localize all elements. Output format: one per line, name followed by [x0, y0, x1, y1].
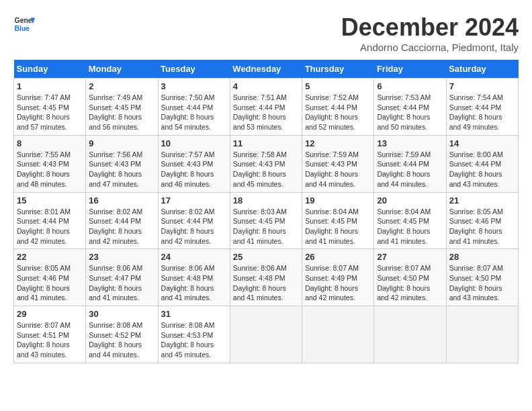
weekday-header-wednesday: Wednesday [230, 60, 302, 79]
calendar-day-6: 6Sunrise: 7:53 AM Sunset: 4:44 PM Daylig… [374, 79, 446, 136]
calendar-empty [446, 306, 518, 363]
calendar-header-row: SundayMondayTuesdayWednesdayThursdayFrid… [14, 60, 519, 79]
calendar-empty [230, 306, 302, 363]
location-subtitle: Andorno Cacciorna, Piedmont, Italy [341, 42, 519, 53]
calendar-day-13: 13Sunrise: 7:59 AM Sunset: 4:44 PM Dayli… [374, 135, 446, 192]
calendar-day-27: 27Sunrise: 8:07 AM Sunset: 4:50 PM Dayli… [374, 249, 446, 306]
calendar-day-8: 8Sunrise: 7:55 AM Sunset: 4:43 PM Daylig… [14, 135, 86, 192]
calendar-table: SundayMondayTuesdayWednesdayThursdayFrid… [13, 60, 519, 363]
weekday-header-thursday: Thursday [302, 60, 374, 79]
calendar-body: 1Sunrise: 7:47 AM Sunset: 4:45 PM Daylig… [14, 79, 519, 363]
calendar-day-4: 4Sunrise: 7:51 AM Sunset: 4:44 PM Daylig… [230, 79, 302, 136]
calendar-day-11: 11Sunrise: 7:58 AM Sunset: 4:43 PM Dayli… [230, 135, 302, 192]
calendar-day-20: 20Sunrise: 8:04 AM Sunset: 4:45 PM Dayli… [374, 192, 446, 249]
calendar-day-15: 15Sunrise: 8:01 AM Sunset: 4:44 PM Dayli… [14, 192, 86, 249]
calendar-week-2: 8Sunrise: 7:55 AM Sunset: 4:43 PM Daylig… [14, 135, 519, 192]
calendar-day-21: 21Sunrise: 8:05 AM Sunset: 4:46 PM Dayli… [446, 192, 518, 249]
calendar-day-7: 7Sunrise: 7:54 AM Sunset: 4:44 PM Daylig… [446, 79, 518, 136]
svg-text:Blue: Blue [15, 25, 30, 32]
calendar-day-1: 1Sunrise: 7:47 AM Sunset: 4:45 PM Daylig… [14, 79, 86, 136]
logo-icon: General Blue [13, 13, 35, 35]
calendar-day-10: 10Sunrise: 7:57 AM Sunset: 4:43 PM Dayli… [158, 135, 230, 192]
calendar-day-3: 3Sunrise: 7:50 AM Sunset: 4:44 PM Daylig… [158, 79, 230, 136]
calendar-day-12: 12Sunrise: 7:59 AM Sunset: 4:43 PM Dayli… [302, 135, 374, 192]
calendar-day-25: 25Sunrise: 8:06 AM Sunset: 4:48 PM Dayli… [230, 249, 302, 306]
calendar-day-28: 28Sunrise: 8:07 AM Sunset: 4:50 PM Dayli… [446, 249, 518, 306]
calendar-day-5: 5Sunrise: 7:52 AM Sunset: 4:44 PM Daylig… [302, 79, 374, 136]
calendar-day-23: 23Sunrise: 8:06 AM Sunset: 4:47 PM Dayli… [86, 249, 158, 306]
calendar-day-17: 17Sunrise: 8:02 AM Sunset: 4:44 PM Dayli… [158, 192, 230, 249]
weekday-header-tuesday: Tuesday [158, 60, 230, 79]
calendar-day-14: 14Sunrise: 8:00 AM Sunset: 4:44 PM Dayli… [446, 135, 518, 192]
calendar-day-9: 9Sunrise: 7:56 AM Sunset: 4:43 PM Daylig… [86, 135, 158, 192]
calendar-week-3: 15Sunrise: 8:01 AM Sunset: 4:44 PM Dayli… [14, 192, 519, 249]
weekday-header-saturday: Saturday [446, 60, 518, 79]
calendar-day-30: 30Sunrise: 8:08 AM Sunset: 4:52 PM Dayli… [86, 306, 158, 363]
month-title: December 2024 [341, 13, 519, 42]
calendar-day-31: 31Sunrise: 8:08 AM Sunset: 4:53 PM Dayli… [158, 306, 230, 363]
calendar-week-1: 1Sunrise: 7:47 AM Sunset: 4:45 PM Daylig… [14, 79, 519, 136]
calendar-empty [374, 306, 446, 363]
calendar-empty [302, 306, 374, 363]
calendar-day-29: 29Sunrise: 8:07 AM Sunset: 4:51 PM Dayli… [14, 306, 86, 363]
calendar-day-18: 18Sunrise: 8:03 AM Sunset: 4:45 PM Dayli… [230, 192, 302, 249]
calendar-week-4: 22Sunrise: 8:05 AM Sunset: 4:46 PM Dayli… [14, 249, 519, 306]
calendar-day-2: 2Sunrise: 7:49 AM Sunset: 4:45 PM Daylig… [86, 79, 158, 136]
calendar-week-5: 29Sunrise: 8:07 AM Sunset: 4:51 PM Dayli… [14, 306, 519, 363]
logo: General Blue [13, 13, 35, 35]
title-block: December 2024 Andorno Cacciorna, Piedmon… [341, 13, 519, 53]
calendar-day-16: 16Sunrise: 8:02 AM Sunset: 4:44 PM Dayli… [86, 192, 158, 249]
calendar-day-24: 24Sunrise: 8:06 AM Sunset: 4:48 PM Dayli… [158, 249, 230, 306]
calendar-day-22: 22Sunrise: 8:05 AM Sunset: 4:46 PM Dayli… [14, 249, 86, 306]
calendar-day-19: 19Sunrise: 8:04 AM Sunset: 4:45 PM Dayli… [302, 192, 374, 249]
weekday-header-sunday: Sunday [14, 60, 86, 79]
weekday-header-monday: Monday [86, 60, 158, 79]
calendar-day-26: 26Sunrise: 8:07 AM Sunset: 4:49 PM Dayli… [302, 249, 374, 306]
page-header: General Blue December 2024 Andorno Cacci… [13, 13, 519, 53]
weekday-header-friday: Friday [374, 60, 446, 79]
